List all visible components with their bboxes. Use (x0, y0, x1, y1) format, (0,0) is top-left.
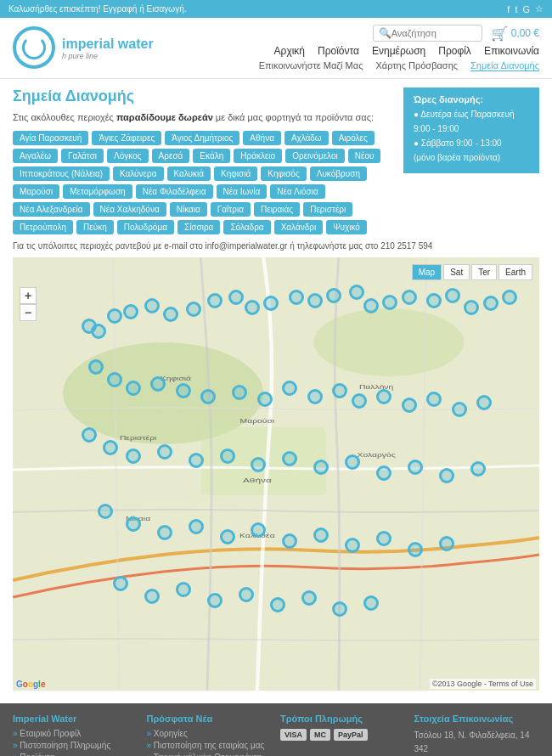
earth-view-btn[interactable]: Earth (498, 264, 532, 280)
map-marker[interactable] (483, 296, 500, 313)
map-marker[interactable] (245, 300, 262, 317)
map-marker[interactable] (282, 533, 299, 550)
location-tag[interactable]: Νίκαια (170, 202, 207, 217)
map-marker[interactable] (307, 293, 324, 310)
location-tag[interactable]: Σίσσιρα (177, 220, 220, 234)
footer-col1-item[interactable]: Πιστοποίηση Πληρωμής (13, 741, 138, 750)
map-marker[interactable] (313, 528, 330, 544)
map-container[interactable]: Αθήνα Περιστέρι Χολαργός Μαρούσι Κηφισιά… (13, 257, 539, 691)
location-tag[interactable]: Καλύνερα (113, 166, 164, 181)
map-marker[interactable] (103, 440, 120, 457)
location-tag[interactable]: Πεύκη (76, 220, 114, 234)
nav-distribution-points[interactable]: Σημεία Διανομής (470, 60, 539, 71)
location-tag[interactable]: Ορεινόμελοι (285, 149, 345, 163)
map-marker[interactable] (251, 457, 268, 474)
map-marker[interactable] (220, 529, 237, 546)
map-marker[interactable] (426, 392, 443, 409)
map-marker[interactable] (408, 460, 425, 477)
location-tag[interactable]: Νέου (348, 149, 381, 163)
rss-icon[interactable]: ☆ (535, 3, 544, 14)
map-marker[interactable] (126, 516, 143, 533)
map-marker[interactable] (176, 383, 193, 400)
location-tag[interactable]: Αγία Παρασκευή (13, 131, 88, 145)
zoom-in-btn[interactable]: + (20, 287, 37, 304)
map-marker[interactable] (402, 398, 419, 415)
map-marker[interactable] (289, 290, 306, 307)
map-marker[interactable] (220, 449, 237, 465)
map-marker[interactable] (107, 372, 124, 389)
location-tag[interactable]: Περιστέρι (303, 202, 352, 217)
location-tag[interactable]: Καλυκιά (167, 166, 211, 181)
map-view-btn[interactable]: Map (412, 264, 442, 280)
location-tag[interactable]: Ψυχικό (326, 220, 367, 234)
map-marker[interactable] (345, 538, 362, 555)
map-marker[interactable] (445, 288, 462, 305)
zoom-out-btn[interactable]: − (20, 304, 37, 321)
location-tag[interactable]: Αιγαλέω (13, 149, 58, 163)
map-marker[interactable] (332, 601, 349, 618)
location-tag[interactable]: Ηράκλειο (234, 149, 282, 163)
map-marker[interactable] (176, 582, 193, 599)
facebook-icon[interactable]: f (507, 4, 510, 14)
map-marker[interactable] (232, 385, 249, 402)
map-marker[interactable] (332, 383, 349, 400)
map-marker[interactable] (352, 393, 369, 410)
location-tag[interactable]: Ιπποκράτους (Νάλεια) (13, 166, 110, 181)
map-marker[interactable] (251, 522, 268, 539)
map-marker[interactable] (126, 381, 143, 398)
map-marker[interactable] (91, 324, 108, 341)
map-marker[interactable] (426, 293, 443, 310)
location-tag[interactable]: Νέα Χαλκηδόνα (93, 202, 166, 217)
map-marker[interactable] (239, 587, 256, 604)
map-marker[interactable] (376, 465, 393, 482)
location-tag[interactable]: Μαρούσι (13, 184, 59, 199)
map-marker[interactable] (439, 468, 456, 485)
location-tag[interactable]: Νέα Αλεξανδρεία (13, 202, 90, 217)
map-marker[interactable] (113, 576, 130, 593)
map-marker[interactable] (301, 590, 318, 607)
map-marker[interactable] (263, 296, 280, 313)
map-controls[interactable]: Map Sat Ter Earth (412, 264, 532, 280)
map-marker[interactable] (228, 290, 245, 307)
map-marker[interactable] (502, 290, 519, 307)
map-marker[interactable] (144, 298, 161, 315)
map-marker[interactable] (82, 427, 99, 444)
map-marker[interactable] (376, 531, 393, 548)
logo-text[interactable]: imperial water (62, 37, 154, 52)
search-input[interactable] (391, 28, 476, 38)
map-marker[interactable] (270, 597, 287, 614)
nav-map-access[interactable]: Χάρτης Πρόσβασης (375, 60, 458, 71)
nav-contact[interactable]: Επικοινωνία (484, 45, 539, 57)
location-tag[interactable]: Μεταμόρφωση (63, 184, 132, 199)
location-tag[interactable]: Νέα Φιλαδέλφεια (136, 184, 213, 199)
nav-home[interactable]: Αρχική (274, 45, 305, 57)
map-marker[interactable] (88, 359, 105, 376)
map-marker[interactable] (157, 525, 174, 542)
map-marker[interactable] (313, 460, 330, 477)
footer-col2-item[interactable]: Πιστοποίηση της εταιρίας μας (147, 741, 273, 750)
location-tag[interactable]: Εκάλη (193, 149, 230, 163)
map-marker[interactable] (439, 536, 456, 553)
google-plus-icon[interactable]: G (522, 4, 530, 14)
location-tag[interactable]: Λυκόβρυση (310, 166, 367, 181)
map-marker[interactable] (282, 451, 299, 468)
map-marker[interactable] (126, 449, 143, 465)
map-marker[interactable] (363, 298, 380, 315)
map-marker[interactable] (476, 395, 493, 412)
twitter-icon[interactable]: t (515, 4, 517, 14)
footer-col1-item[interactable]: Προϊόντα (13, 753, 138, 756)
footer-col2-item[interactable]: Χορηγίες (147, 729, 273, 738)
location-tag[interactable]: Αιρόλες (332, 131, 375, 145)
satellite-view-btn[interactable]: Sat (443, 264, 470, 280)
map-marker[interactable] (345, 454, 362, 471)
location-tag[interactable]: Άγιες Ζάφειρες (92, 131, 161, 145)
location-tag[interactable]: Άγιος Δημήτριος (165, 131, 239, 145)
nav-contact-us[interactable]: Επικοινωνήστε Μαζί Μας (259, 60, 363, 71)
map-marker[interactable] (186, 302, 203, 319)
map-marker[interactable] (402, 290, 419, 307)
map-marker[interactable] (157, 444, 174, 461)
location-tag[interactable]: Πολυδρόμα (117, 220, 174, 234)
zoom-controls[interactable]: + − (20, 287, 37, 321)
map-marker[interactable] (123, 304, 140, 321)
location-tag[interactable]: Αρεσά (152, 149, 190, 163)
